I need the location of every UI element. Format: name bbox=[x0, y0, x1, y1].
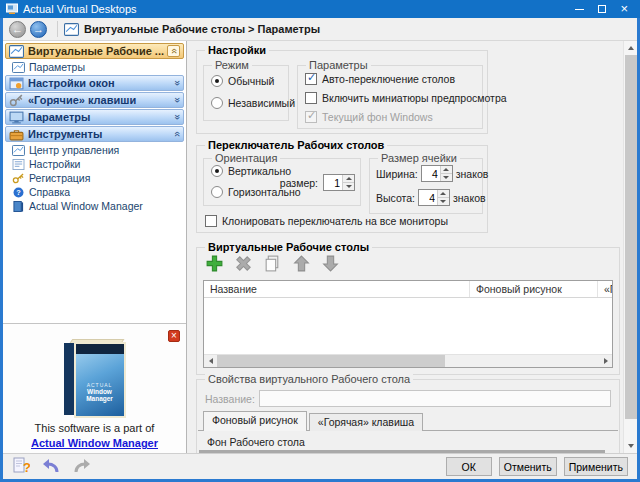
sidebar-item-parametry-vd[interactable]: Параметры bbox=[3, 60, 186, 74]
checkbox-auto-switch[interactable]: Авто-переключение столов bbox=[305, 73, 455, 85]
sidebar-section-window-settings[interactable]: Настройки окон » bbox=[5, 75, 184, 91]
move-up-button[interactable] bbox=[292, 254, 311, 273]
page-icon bbox=[12, 62, 25, 73]
scroll-left-button[interactable] bbox=[204, 355, 217, 367]
spinner-down-button[interactable] bbox=[438, 197, 449, 205]
scroll-right-button[interactable] bbox=[599, 355, 612, 367]
minimize-button[interactable] bbox=[575, 9, 584, 10]
ok-button[interactable]: ОК bbox=[446, 457, 492, 476]
settings-group: Настройки Режим Обычный Независимый Пара… bbox=[196, 50, 488, 134]
close-button[interactable]: × bbox=[620, 4, 628, 14]
settings-list-icon bbox=[12, 159, 25, 170]
undo-button[interactable] bbox=[41, 458, 61, 476]
redo-button[interactable] bbox=[72, 458, 92, 476]
sidebar-item-actual-window-manager[interactable]: Actual Window Manager bbox=[3, 199, 186, 213]
sidebar-section-tools[interactable]: Инструменты « bbox=[5, 126, 184, 142]
delete-desktop-button[interactable] bbox=[234, 254, 253, 273]
promo-link[interactable]: Actual Window Manager bbox=[31, 437, 158, 449]
redo-arrow-icon bbox=[72, 458, 92, 474]
width-spinner[interactable] bbox=[421, 165, 453, 182]
main-panel: Настройки Режим Обычный Независимый Пара… bbox=[187, 41, 637, 453]
sidebar-item-help[interactable]: ? Справка bbox=[3, 185, 186, 199]
tab-wallpaper[interactable]: Фоновый рисунок bbox=[203, 411, 307, 431]
breadcrumb: Виртуальные Рабочие столы > Параметры bbox=[84, 23, 320, 35]
height-field: Высота: знаков bbox=[376, 189, 486, 206]
spinner-down-button[interactable] bbox=[441, 173, 452, 181]
properties-tabs: Фоновый рисунок «Горячая» клавиша bbox=[203, 411, 425, 431]
apply-button[interactable]: Применить bbox=[564, 457, 628, 476]
sidebar-section-hotkeys[interactable]: «Горячие» клавиши » bbox=[5, 92, 184, 108]
chevron-down-icon: » bbox=[172, 80, 182, 86]
switcher-group: Переключатель Рабочих столов Ориентация … bbox=[196, 145, 488, 233]
size-field: размер: bbox=[280, 174, 355, 191]
horizontal-scroll-thumb[interactable] bbox=[217, 355, 445, 367]
checkbox-current-wallpaper[interactable]: Текущий фон Windows bbox=[305, 111, 433, 123]
tab-hotkey[interactable]: «Горячая» клавиша bbox=[309, 413, 423, 431]
back-arrow-icon: ← bbox=[12, 24, 23, 35]
delete-x-icon bbox=[234, 254, 253, 273]
radio-independent-mode[interactable]: Независимый bbox=[211, 97, 295, 109]
control-center-icon bbox=[12, 145, 25, 156]
radio-dot bbox=[211, 75, 223, 87]
copy-icon bbox=[263, 254, 282, 273]
desktop-name-input[interactable] bbox=[259, 390, 611, 407]
registration-key-icon bbox=[12, 173, 25, 184]
awm-box-icon bbox=[12, 201, 25, 212]
breadcrumb-page-icon bbox=[64, 23, 79, 36]
cancel-button[interactable]: Отменить bbox=[499, 457, 557, 476]
sidebar-item-settings[interactable]: Настройки bbox=[3, 157, 186, 171]
add-desktop-button[interactable] bbox=[205, 254, 224, 273]
column-header-wallpaper[interactable]: Фоновый рисунок bbox=[470, 281, 598, 297]
height-input[interactable] bbox=[419, 190, 437, 205]
help-icon: ? bbox=[12, 187, 25, 198]
checkbox-clone-switcher[interactable]: Клонировать переключатель на все монитор… bbox=[205, 215, 448, 227]
maximize-button[interactable] bbox=[598, 5, 606, 13]
cell-size-group: Размер ячейки Ширина: знаков bbox=[369, 158, 483, 214]
main-vertical-scrollbar bbox=[623, 41, 637, 453]
spinner-up-button[interactable] bbox=[438, 190, 449, 197]
help-button[interactable]: ? bbox=[12, 457, 30, 477]
radio-normal-mode[interactable]: Обычный bbox=[211, 75, 274, 87]
promo-close-button[interactable]: × bbox=[168, 330, 180, 342]
settings-group-title: Настройки bbox=[205, 44, 269, 56]
column-header-hotkey[interactable]: «Горяч bbox=[598, 281, 612, 297]
spinner-down-button[interactable] bbox=[343, 182, 354, 190]
params-group: Параметры Авто-переключение столов Включ… bbox=[297, 65, 483, 129]
vertical-scroll-thumb[interactable] bbox=[625, 55, 637, 419]
arrow-down-icon bbox=[321, 254, 340, 273]
desktops-toolbar bbox=[205, 254, 340, 273]
sidebar-section-virtual-desktops[interactable]: Виртуальные Рабочие ... « bbox=[5, 43, 184, 59]
height-spinner[interactable] bbox=[418, 189, 450, 206]
radio-dot bbox=[211, 165, 223, 177]
move-down-button[interactable] bbox=[321, 254, 340, 273]
column-header-name[interactable]: Название bbox=[204, 281, 470, 297]
size-input[interactable] bbox=[324, 175, 342, 190]
checkbox-box bbox=[305, 111, 317, 123]
desktops-list-body[interactable] bbox=[204, 298, 612, 354]
properties-group-title: Свойства виртуального Рабочего стола bbox=[205, 373, 413, 385]
scroll-down-button[interactable] bbox=[624, 439, 637, 453]
checkbox-thumbnails[interactable]: Включить миниатюры предпросмотра bbox=[305, 92, 507, 104]
desktops-list-header: Название Фоновый рисунок «Горяч bbox=[204, 281, 612, 298]
help-page-icon: ? bbox=[12, 457, 30, 475]
sidebar-item-control-center[interactable]: Центр управления bbox=[3, 143, 186, 157]
collapse-button[interactable]: « bbox=[167, 45, 180, 57]
scroll-up-button[interactable] bbox=[624, 41, 637, 55]
virtual-desktops-icon bbox=[9, 45, 24, 58]
size-spinner[interactable] bbox=[323, 174, 355, 191]
name-label: Название: bbox=[205, 393, 255, 405]
sidebar-item-registration[interactable]: Регистрация bbox=[3, 171, 186, 185]
background-selector-bar[interactable] bbox=[199, 450, 605, 453]
back-button[interactable]: ← bbox=[9, 21, 26, 38]
copy-desktop-button[interactable] bbox=[263, 254, 282, 273]
forward-button[interactable]: → bbox=[30, 21, 47, 38]
horizontal-scroll-track[interactable] bbox=[445, 355, 599, 367]
radio-dot bbox=[211, 97, 223, 109]
spinner-up-button[interactable] bbox=[343, 175, 354, 182]
navigation-toolbar: ← → Виртуальные Рабочие столы > Параметр… bbox=[3, 18, 637, 41]
spinner-up-button[interactable] bbox=[441, 166, 452, 173]
sidebar-section-options[interactable]: Параметры » bbox=[5, 109, 184, 125]
chevron-up-icon: « bbox=[172, 131, 182, 137]
width-input[interactable] bbox=[422, 166, 440, 181]
sidebar-tree: Виртуальные Рабочие ... « Параметры bbox=[3, 41, 186, 324]
